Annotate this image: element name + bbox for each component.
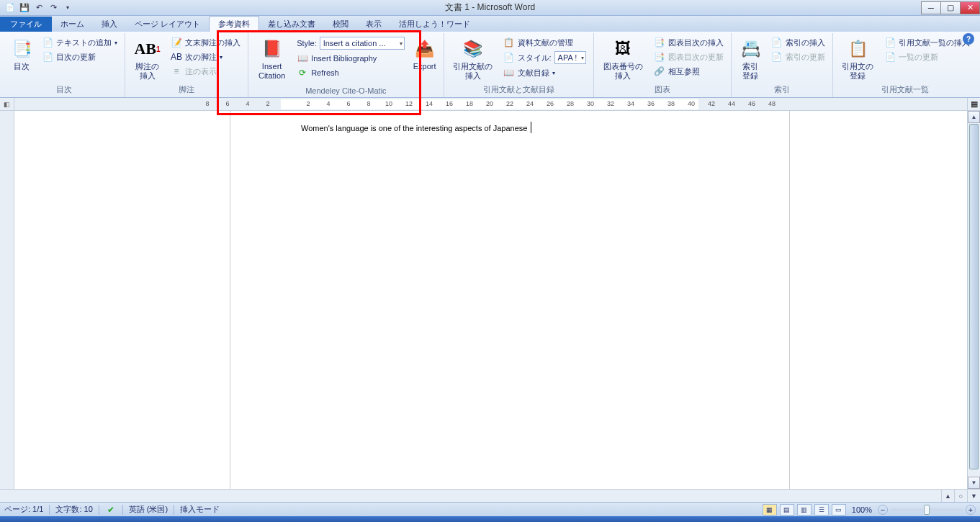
- document-scroll[interactable]: Women's language is one of the interesti…: [14, 111, 967, 489]
- save-icon[interactable]: 💾: [19, 2, 30, 14]
- tab-review[interactable]: 校閲: [324, 17, 357, 32]
- add-text-icon: 📄: [42, 37, 53, 48]
- zoom-slider-thumb[interactable]: [924, 505, 930, 515]
- insert-caption-button[interactable]: 🖼 図表番号の挿入: [598, 36, 648, 82]
- mendeley-bibliography-button[interactable]: 📖Insert Bibliography: [294, 52, 408, 65]
- zoom-slider[interactable]: [891, 508, 963, 511]
- status-insert-mode[interactable]: 挿入モード: [180, 504, 220, 515]
- tab-mailings[interactable]: 差し込み文書: [259, 17, 324, 32]
- scroll-up-button[interactable]: ▲: [968, 111, 980, 123]
- next-page-button[interactable]: ▼: [967, 490, 980, 502]
- maximize-button[interactable]: ▢: [940, 1, 961, 14]
- document-text[interactable]: Women's language is one of the interesti…: [301, 122, 531, 134]
- vertical-ruler[interactable]: [0, 111, 14, 489]
- undo-icon[interactable]: ↶: [33, 2, 45, 14]
- browse-object-button[interactable]: ○: [954, 490, 967, 502]
- ruler-scale: 8642246810121416182022242628303234363840…: [14, 98, 967, 110]
- web-layout-view-button[interactable]: ▥: [797, 504, 812, 516]
- mendeley-insert-citation-button[interactable]: 📕 Insert Citation: [253, 36, 291, 82]
- caption-label: 図表番号の挿入: [601, 62, 645, 81]
- next-footnote-button[interactable]: AB次の脚注▾: [168, 50, 243, 63]
- zoom-in-button[interactable]: +: [966, 505, 976, 515]
- minimize-button[interactable]: ─: [921, 1, 941, 14]
- tab-addin[interactable]: 活用しよう！ワード: [390, 17, 479, 32]
- zoom-out-button[interactable]: −: [878, 505, 888, 515]
- insert-footnote-button[interactable]: AB1 脚注の挿入: [130, 36, 165, 82]
- add-text-button[interactable]: 📄テキストの追加▾: [39, 36, 120, 49]
- mendeley-style-combo[interactable]: Insert a citation ...: [320, 37, 405, 50]
- style-label: Style:: [297, 39, 317, 48]
- status-zoom[interactable]: 100%: [852, 505, 872, 514]
- group-citations-title: 引用文献と文献目録: [449, 83, 589, 97]
- insert-tof-button[interactable]: 📑図表目次の挿入: [651, 36, 727, 49]
- ruler-tick: 34: [627, 100, 634, 107]
- scroll-thumb[interactable]: [969, 124, 979, 469]
- draft-view-button[interactable]: ▭: [832, 504, 846, 516]
- outline-view-button[interactable]: ☰: [814, 504, 829, 516]
- status-word-count[interactable]: 文字数: 10: [55, 504, 92, 515]
- insert-endnote-button[interactable]: 📝文末脚注の挿入: [168, 36, 243, 49]
- insert-toa-icon: 📄: [884, 37, 896, 48]
- refresh-icon: ⟳: [297, 67, 308, 78]
- ruler-tick: 12: [405, 100, 413, 107]
- mark-citation-button[interactable]: 📋 引用文の登録: [837, 36, 878, 82]
- tab-page-layout[interactable]: ページ レイアウト: [126, 17, 209, 32]
- ruler-corner[interactable]: ◧: [0, 98, 14, 110]
- ruler-tick: 46: [748, 100, 755, 107]
- document-area: Women's language is one of the interesti…: [0, 111, 980, 489]
- ruler-tick: 8: [367, 100, 370, 107]
- insert-index-button[interactable]: 📄索引の挿入: [768, 36, 828, 49]
- qat-more-icon[interactable]: ▾: [62, 2, 73, 14]
- group-index-title: 索引: [736, 83, 828, 97]
- tab-home[interactable]: ホーム: [52, 17, 93, 32]
- bibliography-button[interactable]: 📖文献目録▾: [500, 66, 589, 79]
- insert-citation-button[interactable]: 📚 引用文献の挿入: [449, 36, 498, 82]
- update-tof-button[interactable]: 📑図表目次の更新: [651, 50, 727, 63]
- word-app-icon[interactable]: 📄: [4, 2, 16, 14]
- mark-index-entry-button[interactable]: 📇 索引登録: [736, 36, 765, 82]
- vertical-scrollbar[interactable]: ▲ ▼: [967, 111, 980, 489]
- redo-icon[interactable]: ↷: [48, 2, 59, 14]
- prev-page-button[interactable]: ▲: [941, 490, 954, 502]
- status-language[interactable]: 英語 (米国): [129, 504, 168, 515]
- toc-button[interactable]: 📑 目次: [7, 36, 36, 73]
- status-page[interactable]: ページ: 1/1: [4, 504, 43, 515]
- mendeley-citation-icon: 📕: [261, 37, 284, 60]
- cross-reference-button[interactable]: 🔗相互参照: [651, 65, 727, 78]
- show-notes-button[interactable]: ≡注の表示: [168, 65, 243, 78]
- tab-references[interactable]: 参考資料: [209, 16, 259, 32]
- footnote-icon: AB1: [136, 37, 159, 60]
- ruler-tick: 48: [768, 100, 776, 107]
- citation-icon: 📚: [462, 37, 485, 60]
- ruler-toggle-icon[interactable]: ▦: [967, 98, 980, 110]
- spellcheck-icon[interactable]: ✔: [105, 504, 117, 516]
- tab-view[interactable]: 表示: [357, 17, 390, 32]
- show-notes-icon: ≡: [171, 66, 182, 77]
- help-icon[interactable]: ?: [963, 33, 974, 45]
- tab-file[interactable]: ファイル: [0, 17, 52, 32]
- document-page[interactable]: Women's language is one of the interesti…: [230, 111, 789, 489]
- citation-style-combo[interactable]: APA !: [554, 51, 586, 64]
- insert-toa-button[interactable]: 📄引用文献一覧の挿入: [881, 36, 973, 49]
- ruler-tick: 14: [426, 100, 433, 107]
- horizontal-ruler[interactable]: ◧ 86422468101214161820222426283032343638…: [0, 98, 980, 111]
- ruler-tick: 26: [547, 100, 554, 107]
- manage-sources-button[interactable]: 📋資料文献の管理: [500, 36, 589, 49]
- tab-insert[interactable]: 挿入: [93, 17, 126, 32]
- group-footnotes-title: 脚注: [130, 83, 243, 97]
- update-index-button[interactable]: 📄索引の更新: [768, 50, 828, 63]
- group-toc: 📑 目次 📄テキストの追加▾ 📄目次の更新 目次: [3, 33, 125, 97]
- index-mark-label: 索引登録: [739, 62, 763, 81]
- ruler-tick: 18: [466, 100, 473, 107]
- update-toa-button[interactable]: 📄一覧の更新: [881, 50, 973, 63]
- mendeley-export-button[interactable]: 📤 Export: [410, 36, 439, 73]
- ruler-tick: 24: [526, 100, 534, 107]
- fullscreen-reading-view-button[interactable]: ▤: [780, 504, 794, 516]
- citation-label: 引用文献の挿入: [451, 62, 495, 81]
- close-button[interactable]: ✕: [960, 1, 980, 14]
- scroll-down-button[interactable]: ▼: [968, 477, 980, 489]
- print-layout-view-button[interactable]: ▦: [763, 504, 777, 516]
- mendeley-refresh-button[interactable]: ⟳Refresh: [294, 66, 408, 79]
- ruler-tick: 30: [587, 100, 594, 107]
- update-toc-button[interactable]: 📄目次の更新: [39, 50, 120, 63]
